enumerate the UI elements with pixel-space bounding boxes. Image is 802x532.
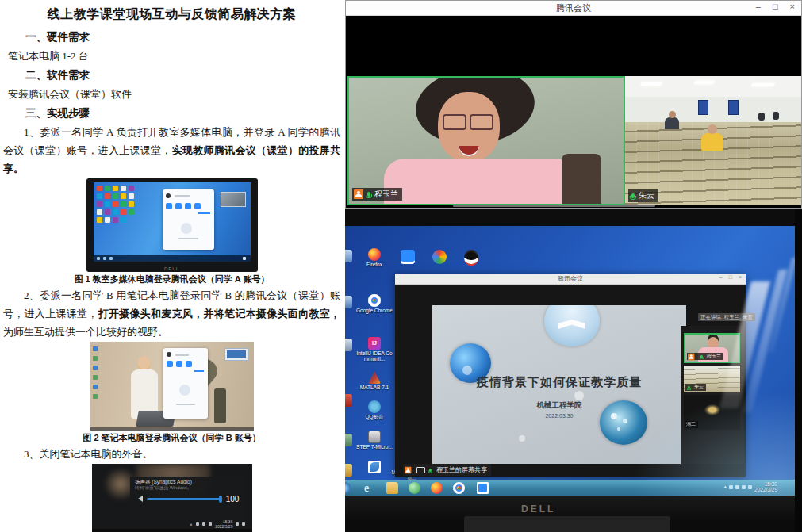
fig2-small-window <box>224 348 249 362</box>
screen-share-label: 程玉兰的屏幕共享 <box>403 464 491 476</box>
fig3-speaker-device-label: 扬声器 (Synaptics Audio) <box>135 479 239 485</box>
step-2-paragraph: 2、委派一名同学 B 用笔记本电脑登录同学 B 的腾讯会议（课堂）账号，进入上课… <box>3 286 340 341</box>
chrome-icon <box>368 294 381 307</box>
step-3-paragraph: 3、关闭笔记本电脑的外音。 <box>3 445 340 463</box>
participant-nametag: 朱云 <box>628 189 658 202</box>
desktop-icon <box>345 250 352 262</box>
photo-dark-edge <box>795 209 802 532</box>
step-2-text-b: 为师生互动提供一个比较好的视野。 <box>3 326 168 338</box>
step7-icon <box>368 431 381 443</box>
desktop-icon-qq[interactable] <box>464 250 478 266</box>
meeting-titlebar: 腾讯会议 – □ × <box>346 1 801 16</box>
host-person-icon <box>688 353 694 359</box>
matlab-icon <box>368 371 381 384</box>
desktop-icon <box>345 464 352 477</box>
figure-1-image: DELL <box>86 178 258 272</box>
fig3-activation-watermark: 转到“设置”以激活 Windows。 <box>135 485 239 491</box>
fig1-taskbar <box>94 255 251 262</box>
desktop-icon-tencent-meeting[interactable] <box>401 250 415 264</box>
microphone-icon <box>367 192 370 197</box>
participant-name: 程玉兰 <box>374 189 398 199</box>
close-button[interactable]: × <box>790 2 795 11</box>
fig2-wallpaper-woman <box>129 356 161 419</box>
fig2-desktop-icons <box>93 346 98 399</box>
host-person-icon <box>405 466 411 473</box>
step-1-paragraph: 1、委派一名同学 A 负责打开教室多媒体电脑，并登录 A 同学的腾讯会议（课堂）… <box>3 123 340 178</box>
scrollbar[interactable] <box>453 205 655 207</box>
desktop-icon-firefox[interactable]: Firefox <box>356 248 393 267</box>
taskbar-firefox-icon[interactable] <box>431 482 443 494</box>
desktop-icon-intellij[interactable]: IJ IntelliJ IDEA Communit... <box>356 337 393 362</box>
right-column: 腾讯会议 – □ × 程玉兰 <box>345 0 802 532</box>
section-heading-software: 二、软件需求 <box>25 66 340 85</box>
taskbar-ie-icon[interactable]: e <box>364 482 376 494</box>
qqplayer-icon <box>368 400 381 413</box>
figure-1-caption: 图 1 教室多媒体电脑登录腾讯会议（同学 A 账号） <box>3 273 340 285</box>
taskbar-explorer-icon[interactable] <box>386 482 398 494</box>
slide-book-sky-image <box>544 305 600 346</box>
monitor-stand <box>464 516 670 532</box>
intellij-icon: IJ <box>368 337 381 350</box>
host-person-icon <box>354 189 363 199</box>
participant-nametag: 程玉兰 <box>352 188 402 201</box>
monitor-brand-logo: DELL <box>521 503 555 515</box>
desktop-icon <box>345 296 352 308</box>
step-2-bold-text: 打开摄像头和麦克风，并将笔记本摄像头面向教室， <box>98 308 340 320</box>
figure-3-image: 扬声器 (Synaptics Audio) 转到“设置”以激活 Windows。… <box>92 464 252 532</box>
minimize-button: – <box>719 274 723 280</box>
fig2-taskbar <box>90 427 254 431</box>
app-grid-icon <box>368 461 381 473</box>
meeting-window-title: 腾讯会议 <box>346 2 801 14</box>
figure-2-caption: 图 2 笔记本电脑登录腾讯会议（同学 B 账号） <box>3 431 340 444</box>
fig1-desktop-icons <box>97 186 134 223</box>
maximize-button[interactable]: □ <box>773 2 778 11</box>
maximize-button: □ <box>729 274 732 280</box>
start-button[interactable] <box>345 482 351 494</box>
microphone-icon <box>429 468 432 471</box>
desktop-icon-qqplayer[interactable]: QQ影音 <box>356 400 393 419</box>
fig3-laptop-bezel: E490 <box>92 529 252 532</box>
taskbar-browser-icon[interactable] <box>409 482 420 494</box>
desktop-icon-pinwheel[interactable] <box>432 250 447 264</box>
desktop-icon-grid[interactable] <box>356 461 393 473</box>
section-body-software: 安装腾讯会议（课堂）软件 <box>8 85 340 104</box>
muted-speaker-icon <box>135 496 143 502</box>
section-heading-steps: 三、实现步骤 <box>25 104 340 123</box>
desktop-icon <box>345 434 352 446</box>
close-button: × <box>739 274 742 280</box>
video-tile-zhuyun[interactable]: 朱云 <box>625 76 801 205</box>
minimize-button[interactable]: – <box>756 2 761 11</box>
fig1-desktop <box>94 182 251 262</box>
windows-desktop: Firefox Google Chrome IJ IntelliJ IDEA C… <box>345 226 795 496</box>
fig1-meeting-login-panel <box>163 189 214 250</box>
meeting-window: 腾讯会议 – □ × 程玉兰 <box>345 0 802 209</box>
fig1-monitor-brand: DELL <box>86 266 258 271</box>
screen-share-icon <box>416 467 425 473</box>
video-tile-chengyulan[interactable]: 程玉兰 <box>347 76 625 205</box>
desktop-icon <box>345 339 352 351</box>
taskbar-meeting-icon[interactable] <box>477 482 489 494</box>
microphone-icon <box>631 193 635 198</box>
section-body-hardware: 笔记本电脑 1-2 台 <box>8 47 340 66</box>
student-yellow <box>701 133 723 151</box>
fig3-volume-slider <box>147 498 222 500</box>
desktop-icon-matlab[interactable]: MATLAB 7.1 <box>356 371 393 390</box>
shared-window-titlebar: 腾讯会议 – □ × <box>395 274 746 285</box>
screen-glare <box>620 385 795 496</box>
microphone-icon <box>700 354 703 358</box>
monitor-bezel: DELL <box>345 496 802 532</box>
participant-name: 朱云 <box>639 191 654 201</box>
desktop-icon-chrome[interactable]: Google Chrome <box>356 294 393 313</box>
fig2-meeting-login-panel <box>163 348 208 419</box>
student-dark <box>665 117 679 129</box>
section-heading-hardware: 一、硬件需求 <box>25 28 340 47</box>
fig3-system-tray: ∧ 15:362022/3/29 <box>190 519 246 529</box>
document-panel: 线上教学课堂现场互动与反馈简易解决方案 一、硬件需求 笔记本电脑 1-2 台 二… <box>0 0 345 532</box>
shared-window-title: 腾讯会议 <box>395 274 746 283</box>
doc-title: 线上教学课堂现场互动与反馈简易解决方案 <box>3 6 340 23</box>
figure-2-image <box>90 342 254 431</box>
fig3-volume-value: 100 <box>226 495 240 503</box>
fig3-volume-popup: 扬声器 (Synaptics Audio) 转到“设置”以激活 Windows。… <box>130 477 244 519</box>
taskbar-chrome-icon[interactable] <box>453 482 465 494</box>
desktop-icon-step7[interactable]: STEP 7-Micro... <box>356 431 393 450</box>
